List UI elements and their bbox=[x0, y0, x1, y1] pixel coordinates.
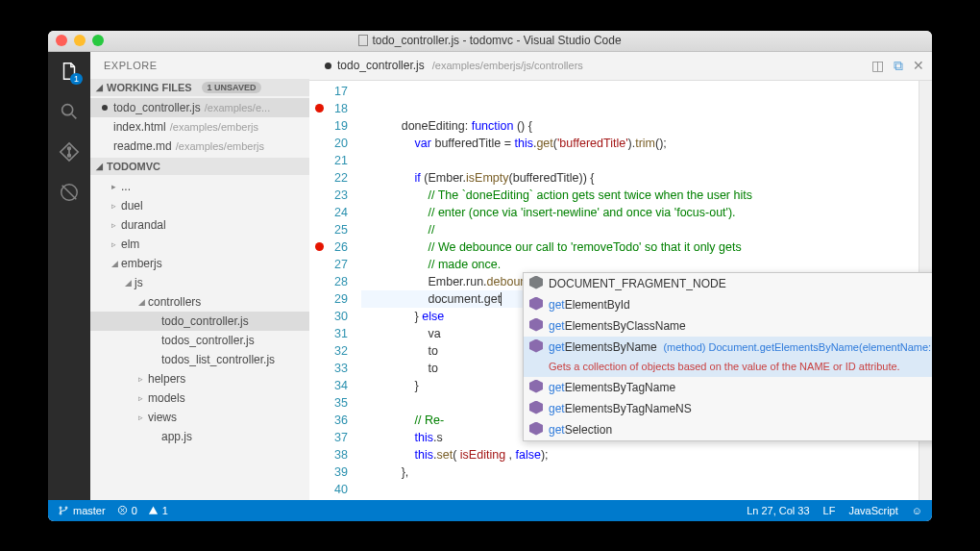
vscode-window: todo_controller.js - todomvc - Visual St… bbox=[48, 31, 932, 521]
explorer-badge: 1 bbox=[70, 73, 83, 85]
language-mode[interactable]: JavaScript bbox=[848, 505, 897, 516]
tree-item[interactable]: ▹helpers bbox=[90, 369, 309, 388]
main-area: 1 EXPLORE ◢ WORKING FILES 1 UNSAVED todo… bbox=[48, 52, 932, 500]
tree-item[interactable]: todo_controller.js bbox=[90, 312, 309, 331]
problems[interactable]: 0 1 bbox=[117, 505, 168, 516]
method-icon bbox=[529, 318, 543, 332]
compare-icon[interactable]: ⧉ bbox=[894, 58, 903, 74]
project-tree: ▸...▹duel▹durandal▹elm◢emberjs◢js◢contro… bbox=[90, 175, 309, 500]
breakpoint-icon[interactable] bbox=[315, 104, 324, 113]
tree-item[interactable]: todos_controller.js bbox=[90, 331, 309, 350]
intellisense-item[interactable]: getElementsByClassName bbox=[524, 315, 932, 337]
intellisense-item[interactable]: getElementsByTagName bbox=[524, 377, 932, 398]
file-icon bbox=[358, 35, 368, 46]
svg-point-5 bbox=[60, 513, 61, 514]
titlebar: todo_controller.js - todomvc - Visual St… bbox=[48, 31, 932, 52]
intellisense-item[interactable]: getElementsByName (method) Document.getE… bbox=[524, 337, 932, 377]
tree-item[interactable]: ◢emberjs bbox=[90, 254, 309, 273]
intellisense-popup[interactable]: DOCUMENT_FRAGMENT_NODEgetElementByIdgetE… bbox=[523, 272, 932, 441]
intellisense-item[interactable]: getElementById bbox=[524, 294, 932, 315]
tree-arrow-icon: ▹ bbox=[111, 239, 121, 249]
method-icon bbox=[529, 297, 543, 311]
method-icon bbox=[529, 339, 543, 353]
working-file-item[interactable]: readme.md/examples/emberjs bbox=[90, 137, 309, 156]
tree-item[interactable]: ▹duel bbox=[90, 196, 309, 215]
traffic-lights bbox=[56, 35, 104, 46]
chevron-down-icon: ◢ bbox=[96, 83, 103, 92]
git-icon[interactable] bbox=[58, 140, 81, 163]
svg-point-0 bbox=[62, 104, 73, 114]
feedback-icon[interactable]: ☺ bbox=[912, 505, 922, 516]
tree-item[interactable]: ◢controllers bbox=[90, 292, 309, 312]
intellisense-item[interactable]: DOCUMENT_FRAGMENT_NODE bbox=[524, 273, 932, 294]
status-bar: master 0 1 Ln 27, Col 33 LF JavaScript ☺ bbox=[48, 500, 932, 521]
method-icon bbox=[529, 401, 543, 414]
tree-item[interactable]: ▹durandal bbox=[90, 215, 309, 235]
eol-indicator[interactable]: LF bbox=[823, 505, 836, 516]
debug-icon[interactable] bbox=[58, 181, 81, 204]
close-button[interactable] bbox=[56, 35, 67, 46]
code-content[interactable]: doneEditing: function () { var bufferedT… bbox=[361, 81, 919, 500]
git-branch[interactable]: master bbox=[58, 505, 106, 516]
tree-arrow-icon: ▹ bbox=[138, 374, 148, 384]
close-tab-icon[interactable]: ✕ bbox=[913, 58, 924, 74]
method-icon bbox=[529, 380, 543, 393]
svg-point-4 bbox=[60, 507, 61, 509]
tab-bar: todo_controller.js /examples/emberjs/js/… bbox=[309, 52, 932, 81]
tree-item[interactable]: app.js bbox=[90, 427, 309, 446]
window-title: todo_controller.js - todomvc - Visual St… bbox=[48, 34, 932, 47]
working-files-header[interactable]: ◢ WORKING FILES 1 UNSAVED bbox=[90, 79, 309, 96]
dirty-indicator-icon bbox=[325, 63, 331, 69]
working-file-item[interactable]: index.html/examples/emberjs bbox=[90, 117, 309, 137]
tree-item[interactable]: ◢js bbox=[90, 273, 309, 292]
constant-icon bbox=[529, 276, 543, 289]
unsaved-badge: 1 UNSAVED bbox=[202, 82, 262, 93]
project-header[interactable]: ◢ TODOMVC bbox=[90, 158, 309, 175]
tree-item[interactable]: ▹elm bbox=[90, 235, 309, 254]
tree-arrow-icon: ◢ bbox=[138, 297, 148, 307]
tree-arrow-icon: ◢ bbox=[125, 278, 135, 288]
working-file-item[interactable]: todo_controller.js/examples/e... bbox=[90, 98, 309, 117]
tree-arrow-icon: ▹ bbox=[138, 393, 148, 403]
working-files-list: todo_controller.js/examples/e...index.ht… bbox=[90, 96, 309, 158]
sidebar: EXPLORE ◢ WORKING FILES 1 UNSAVED todo_c… bbox=[90, 52, 309, 500]
minimize-button[interactable] bbox=[74, 35, 86, 46]
tree-item[interactable]: ▹views bbox=[90, 408, 309, 427]
chevron-down-icon: ◢ bbox=[96, 162, 103, 171]
code-editor[interactable]: 1718192021222324252627282930313233343536… bbox=[309, 81, 932, 500]
dirty-dot-icon bbox=[102, 105, 108, 111]
line-number-gutter: 1718192021222324252627282930313233343536… bbox=[309, 81, 361, 500]
tree-item[interactable]: ▸... bbox=[90, 177, 309, 196]
tree-arrow-icon: ▹ bbox=[111, 201, 121, 211]
maximize-button[interactable] bbox=[92, 35, 104, 46]
tab-path: /examples/emberjs/js/controllers bbox=[432, 60, 583, 71]
tree-arrow-icon: ◢ bbox=[111, 259, 121, 268]
breakpoint-icon[interactable] bbox=[315, 242, 324, 251]
tree-item[interactable]: ▹models bbox=[90, 388, 309, 408]
search-icon[interactable] bbox=[58, 100, 81, 123]
editor-area: todo_controller.js /examples/emberjs/js/… bbox=[309, 52, 932, 500]
split-editor-icon[interactable]: ◫ bbox=[871, 58, 884, 74]
tab-filename: todo_controller.js bbox=[337, 59, 425, 72]
intellisense-item[interactable]: getElementsByTagNameNS bbox=[524, 398, 932, 419]
intellisense-item[interactable]: getSelection bbox=[524, 419, 932, 440]
tree-arrow-icon: ▹ bbox=[138, 413, 148, 422]
sidebar-title: EXPLORE bbox=[90, 52, 309, 79]
activity-bar: 1 bbox=[48, 52, 90, 500]
tree-item[interactable]: todos_list_controller.js bbox=[90, 350, 309, 369]
cursor-position[interactable]: Ln 27, Col 33 bbox=[747, 505, 809, 516]
tab-actions: ◫ ⧉ ✕ bbox=[871, 58, 924, 74]
tree-arrow-icon: ▹ bbox=[111, 220, 121, 230]
editor-tab[interactable]: todo_controller.js /examples/emberjs/js/… bbox=[317, 52, 591, 80]
explorer-icon[interactable]: 1 bbox=[58, 60, 81, 83]
method-icon bbox=[529, 422, 543, 436]
tree-arrow-icon: ▸ bbox=[111, 182, 121, 191]
svg-point-6 bbox=[65, 507, 67, 509]
